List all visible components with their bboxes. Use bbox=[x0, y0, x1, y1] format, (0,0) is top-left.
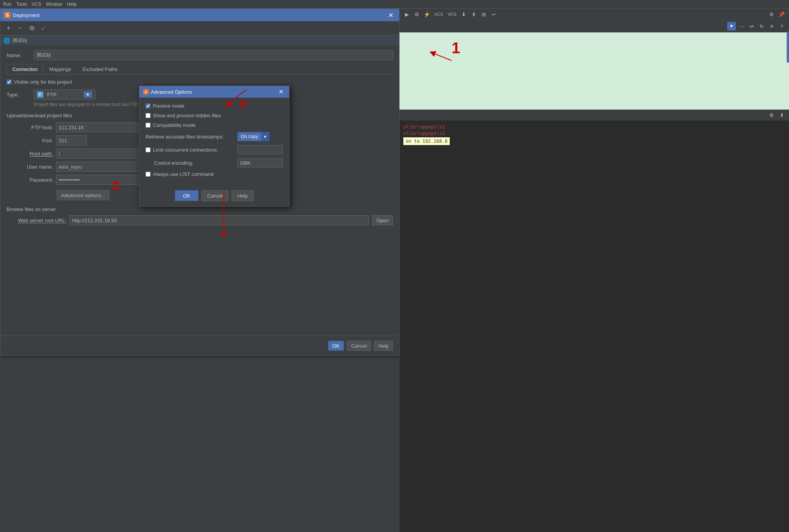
advanced-help-button[interactable]: Help bbox=[232, 190, 254, 201]
vcs-history-button[interactable]: ⊞ bbox=[479, 10, 488, 19]
advanced-titlebar-left: S Advanced Options bbox=[143, 89, 192, 95]
pin-icon-button[interactable]: 📌 bbox=[777, 10, 786, 19]
tab-excluded-paths[interactable]: Excluded Paths bbox=[77, 64, 123, 74]
advanced-close-button[interactable]: ✕ bbox=[277, 88, 285, 96]
settings-icon-button[interactable]: ⚙ bbox=[767, 10, 776, 19]
run-icon-button[interactable]: ▶ bbox=[403, 10, 411, 19]
remove-server-button[interactable]: − bbox=[15, 23, 25, 33]
ftp-host-input[interactable] bbox=[56, 122, 141, 132]
user-name-input[interactable] bbox=[56, 162, 141, 172]
copy-server-button[interactable]: ⧉ bbox=[27, 23, 37, 33]
menu-tools[interactable]: Tools bbox=[16, 2, 27, 7]
passive-mode-checkbox[interactable] bbox=[146, 103, 151, 108]
limit-connections-label: Limit concurrent connections: bbox=[153, 147, 218, 153]
top-menubar: Run Tools VCS Window Help bbox=[0, 0, 789, 8]
menu-run[interactable]: Run bbox=[3, 2, 12, 7]
name-label: Name: bbox=[7, 52, 30, 58]
ftp-icon: F bbox=[37, 91, 43, 98]
log-area: oller\appapi\v1 oller\appapi\v1 on to 19… bbox=[400, 120, 789, 532]
advanced-titlebar: S Advanced Options ✕ bbox=[139, 86, 289, 98]
limit-connections-input[interactable] bbox=[237, 145, 283, 154]
add-server-button[interactable]: + bbox=[3, 23, 14, 33]
vcs-back-button[interactable]: ↩ bbox=[489, 10, 498, 19]
dropdown-blue-button[interactable]: ▼ bbox=[727, 22, 736, 30]
limit-connections-checkbox[interactable] bbox=[146, 147, 151, 152]
refresh-icon-button[interactable]: ↻ bbox=[757, 22, 766, 30]
compatibility-mode-label: Compatibility mode bbox=[153, 122, 196, 128]
port-input[interactable] bbox=[56, 135, 87, 145]
right-secondary-toolbar: ▼ ⋯ ⇌ ↻ ✕ ? bbox=[400, 20, 789, 32]
advanced-title: Advanced Options bbox=[151, 89, 192, 95]
dots-icon-button[interactable]: ⋯ bbox=[737, 22, 746, 30]
vcs-update-button[interactable]: ⬇ bbox=[459, 10, 468, 19]
deployment-close-button[interactable]: ✕ bbox=[386, 11, 395, 20]
close-panel-button[interactable]: ✕ bbox=[767, 22, 776, 30]
retrieve-timestamps-arrow[interactable]: ▼ bbox=[261, 132, 269, 141]
split-icon-button[interactable]: ⇌ bbox=[747, 22, 756, 30]
retrieve-timestamps-dropdown[interactable]: On copy ▼ bbox=[237, 132, 269, 141]
passive-mode-row: Passive mode bbox=[146, 103, 283, 109]
menu-vcs[interactable]: VCS bbox=[32, 2, 41, 7]
type-dropdown-arrow[interactable]: ▼ bbox=[84, 91, 92, 98]
question-icon-button[interactable]: ? bbox=[777, 22, 786, 30]
password-input[interactable] bbox=[56, 175, 141, 185]
control-encoding-input[interactable] bbox=[237, 158, 283, 167]
type-label: Type: bbox=[7, 92, 30, 98]
help-button[interactable]: Help bbox=[374, 341, 393, 351]
vcs-push-button[interactable]: ⬆ bbox=[469, 10, 478, 19]
save-server-button[interactable]: ✓ bbox=[38, 23, 48, 33]
build-icon-button[interactable]: ⚙ bbox=[413, 10, 421, 19]
right-toolbar-right: ⚙ 📌 bbox=[767, 10, 786, 19]
advanced-cancel-button[interactable]: Cancel bbox=[201, 190, 229, 201]
cancel-button[interactable]: Cancel bbox=[347, 341, 371, 351]
deployment-titlebar: S Deployment ✕ bbox=[0, 9, 399, 21]
titlebar-left: S Deployment bbox=[4, 12, 39, 18]
visible-only-checkbox[interactable] bbox=[7, 79, 12, 84]
name-row: Name: bbox=[7, 50, 393, 60]
server-list-item[interactable]: 🌐 测试站 bbox=[0, 35, 399, 46]
compatibility-mode-checkbox[interactable] bbox=[146, 123, 151, 128]
url-row: Web server root URL: Open bbox=[7, 215, 393, 225]
web-server-url-input[interactable] bbox=[69, 215, 369, 225]
limit-connections-left: Limit concurrent connections: bbox=[146, 147, 234, 153]
deployment-toolbar: + − ⧉ ✓ bbox=[0, 21, 399, 35]
menu-help[interactable]: Help bbox=[67, 2, 76, 7]
log-highlight: on to 192.168.8 bbox=[403, 137, 450, 145]
advanced-options-dialog: S Advanced Options ✕ Passive mode Show a… bbox=[139, 86, 290, 207]
root-path-label: Root path: bbox=[7, 151, 53, 157]
browse-label: Browse files on server bbox=[7, 206, 393, 212]
user-name-label: User name: bbox=[7, 164, 53, 170]
ok-button[interactable]: OK bbox=[328, 341, 344, 351]
deployment-footer: OK Cancel Help bbox=[0, 336, 399, 355]
retrieve-timestamps-value: On copy bbox=[238, 133, 261, 140]
log-download-button[interactable]: ⬇ bbox=[777, 111, 786, 119]
web-server-url-label: Web server root URL: bbox=[7, 218, 66, 223]
vcs-label-1: VCS bbox=[434, 12, 443, 17]
tab-connection[interactable]: Connection bbox=[7, 64, 44, 74]
advanced-options-button[interactable]: Advanced options... bbox=[57, 190, 109, 200]
debug-icon-button[interactable]: ⚡ bbox=[423, 10, 431, 19]
menu-window[interactable]: Window bbox=[46, 2, 63, 7]
retrieve-timestamps-row: Retrieve accurate files timestamps: On c… bbox=[146, 132, 283, 141]
open-button[interactable]: Open bbox=[372, 215, 393, 225]
passive-mode-label: Passive mode bbox=[153, 103, 185, 109]
control-encoding-row: Control encoding: bbox=[146, 158, 283, 167]
server-icon: 🌐 bbox=[3, 37, 10, 44]
type-dropdown[interactable]: F FTP ▼ bbox=[34, 90, 95, 100]
advanced-ok-button[interactable]: OK bbox=[175, 190, 198, 201]
log-settings-button[interactable]: ⚙ bbox=[767, 111, 776, 119]
always-list-label: Always use LIST command bbox=[153, 171, 213, 177]
retrieve-timestamps-label: Retrieve accurate files timestamps: bbox=[146, 134, 234, 140]
log-line-1: oller\appapi\v1 bbox=[403, 124, 785, 130]
type-value: FTP bbox=[47, 92, 81, 98]
always-list-checkbox[interactable] bbox=[146, 172, 151, 177]
name-input[interactable] bbox=[34, 50, 393, 60]
deployment-icon: S bbox=[4, 12, 10, 18]
ftp-host-label: FTP host: bbox=[7, 125, 53, 130]
vcs-label-2: VCS bbox=[448, 12, 457, 17]
tabs-bar: Connection Mappings Excluded Paths bbox=[7, 64, 393, 74]
tab-mappings[interactable]: Mappings bbox=[44, 64, 77, 74]
deployment-title: Deployment bbox=[13, 12, 39, 18]
limit-connections-row: Limit concurrent connections: bbox=[146, 145, 283, 154]
show-hidden-checkbox[interactable] bbox=[146, 113, 151, 118]
